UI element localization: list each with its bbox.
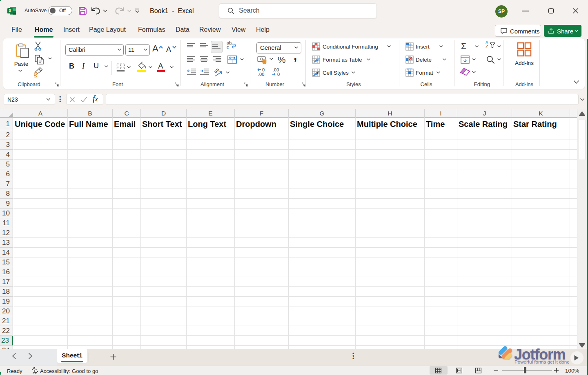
svg-text:X: X <box>9 8 11 13</box>
svg-text:0: 0 <box>277 72 280 77</box>
svg-text:.00: .00 <box>258 72 264 77</box>
